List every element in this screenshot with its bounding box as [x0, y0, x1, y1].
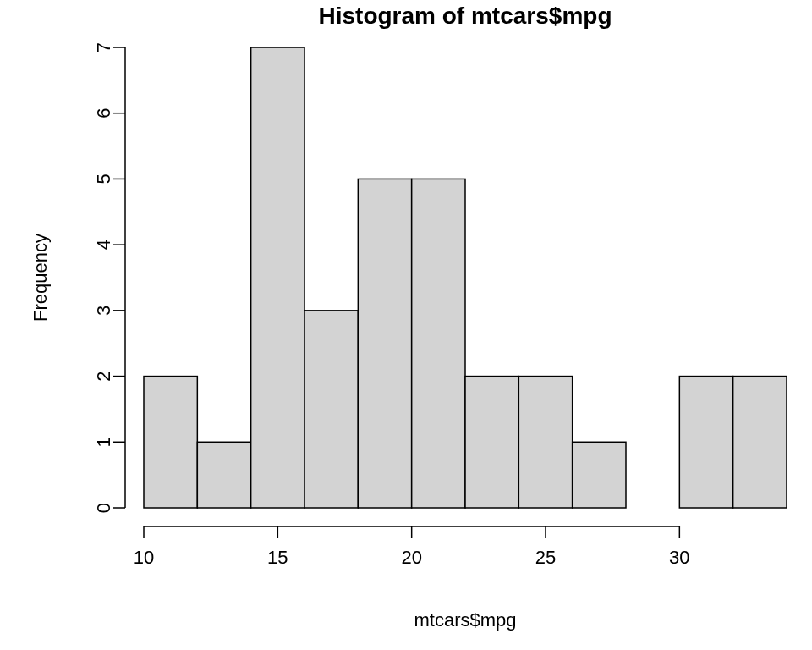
histogram-bar: [144, 377, 197, 508]
histogram-bar: [197, 442, 250, 508]
histogram-bar: [573, 442, 626, 508]
y-axis-tick-label: 7: [93, 42, 114, 52]
histogram-bar: [251, 47, 304, 508]
y-axis-tick-label: 5: [93, 174, 114, 184]
x-axis-tick-label: 20: [401, 547, 421, 568]
y-axis-tick-label: 0: [93, 503, 114, 513]
histogram-bar: [518, 377, 572, 508]
x-axis-tick-label: 30: [669, 547, 689, 568]
y-axis-tick-label: 1: [93, 437, 114, 447]
y-axis-tick-label: 3: [93, 306, 114, 316]
y-axis-tick-label: 4: [93, 240, 114, 250]
histogram-bar: [358, 179, 411, 508]
histogram-bar: [733, 377, 787, 508]
x-axis-tick-label: 10: [134, 547, 154, 568]
y-axis-tick-label: 6: [93, 108, 114, 118]
histogram-bar: [412, 179, 465, 508]
x-axis-tick-label: 15: [267, 547, 288, 568]
histogram-chart: 101520253001234567Histogram of mtcars$mp…: [0, 0, 812, 650]
histogram-bar: [679, 377, 732, 508]
chart-title: Histogram of mtcars$mpg: [319, 3, 612, 29]
y-axis-tick-label: 2: [93, 371, 114, 381]
y-axis-label: Frequency: [30, 234, 51, 322]
x-axis-tick-label: 25: [535, 547, 556, 568]
x-axis-label: mtcars$mpg: [414, 609, 516, 631]
histogram-bar: [304, 311, 358, 508]
histogram-bar: [465, 377, 518, 508]
